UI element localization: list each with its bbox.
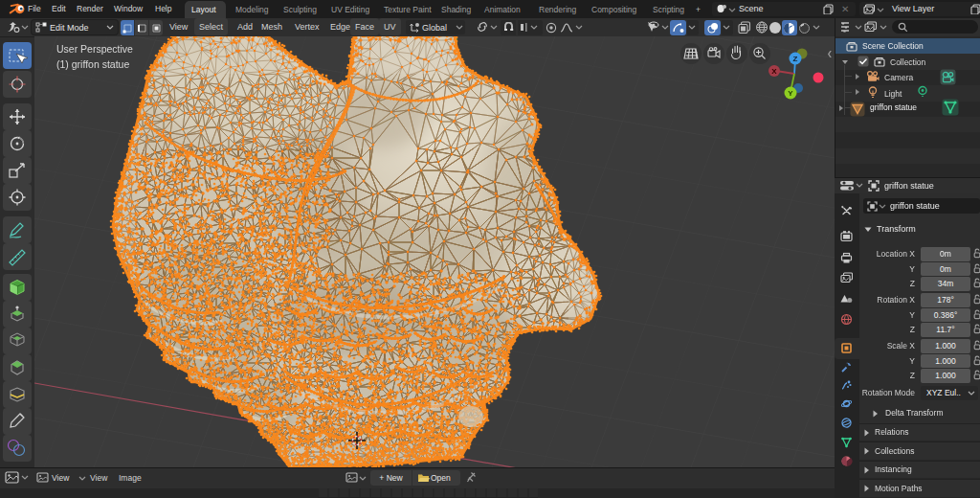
svg-text:User Perspective: User Perspective xyxy=(56,43,133,55)
svg-text:❮: ❮ xyxy=(827,50,833,57)
svg-text:(1) griffon statue: (1) griffon statue xyxy=(56,58,129,70)
svg-text:X: X xyxy=(771,67,777,76)
svg-text:Z: Z xyxy=(793,55,798,63)
svg-text:Y: Y xyxy=(788,89,793,98)
